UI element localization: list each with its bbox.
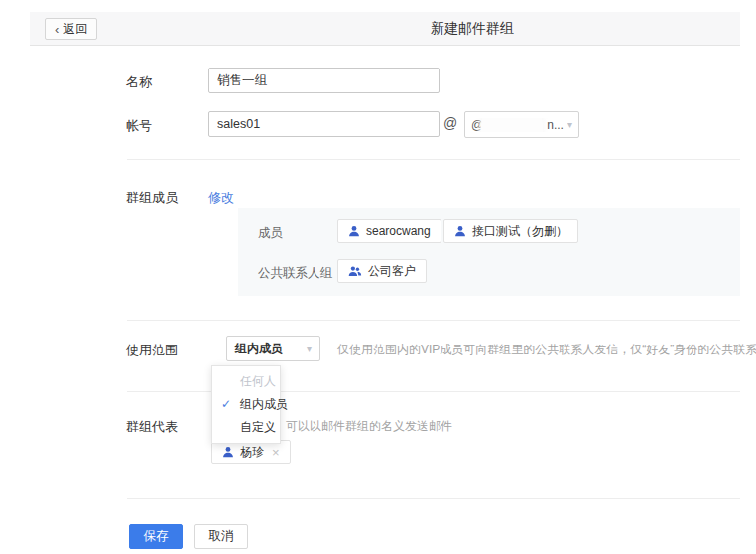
scope-option-group-members[interactable]: ✓组内成员 — [212, 393, 280, 416]
blur-overlay — [481, 118, 543, 132]
member-tag-label: searocwang — [366, 224, 431, 238]
cancel-button[interactable]: 取消 — [194, 524, 248, 549]
page-title: 新建邮件群组 — [431, 20, 514, 38]
chevron-down-icon: ▾ — [307, 344, 312, 354]
member-tag: 接口测试（勿删） — [443, 219, 578, 243]
scope-select[interactable]: 组内成员 ▾ — [226, 336, 320, 361]
modify-link[interactable]: 修改 — [208, 189, 234, 207]
members-panel: 成员 searocwang 接口测试（勿删） 公共联系人组 公司客户 — [238, 208, 740, 296]
scope-dropdown-menu: 任何人 ✓组内成员 自定义 — [211, 365, 281, 444]
members-label: 群组成员 — [126, 189, 178, 207]
person-icon — [454, 225, 466, 237]
save-button[interactable]: 保存 — [129, 524, 183, 549]
scope-label: 使用范围 — [126, 342, 178, 359]
scope-help-text: 仅使用范围内的VIP成员可向群组里的公共联系人发信，仅“好友”身份的公共联系人可… — [337, 342, 756, 358]
contact-group-tag-label: 公司客户 — [368, 263, 416, 280]
chevron-left-icon: ‹ — [55, 23, 59, 36]
scope-selected-value: 组内成员 — [235, 341, 283, 357]
domain-value: @ n... — [471, 118, 564, 132]
member-tag-label: 接口测试（勿删） — [472, 223, 567, 240]
section-divider — [127, 159, 740, 160]
name-input[interactable] — [208, 68, 440, 93]
representative-help-text: 可以以邮件群组的名义发送邮件 — [286, 418, 452, 435]
representative-tag-label: 杨珍 — [240, 444, 264, 461]
domain-select[interactable]: @ n... ▾ — [464, 111, 579, 138]
member-row-label: 成员 — [258, 225, 283, 242]
account-label: 帐号 — [126, 117, 152, 135]
close-icon[interactable]: × — [272, 445, 280, 460]
scope-option-custom[interactable]: 自定义 — [212, 416, 280, 439]
scope-option-anyone[interactable]: 任何人 — [212, 370, 280, 393]
section-divider — [127, 320, 740, 321]
person-icon — [348, 225, 360, 237]
account-input[interactable] — [208, 111, 440, 137]
back-button-label: 返回 — [63, 21, 87, 38]
back-button[interactable]: ‹ 返回 — [45, 18, 97, 40]
contacts-row-label: 公共联系人组 — [258, 265, 332, 282]
contact-group-tag: 公司客户 — [337, 259, 427, 283]
representative-label: 群组代表 — [126, 418, 178, 436]
people-icon — [348, 265, 362, 277]
name-label: 名称 — [126, 73, 152, 91]
new-mail-group-page: ‹ 返回 新建邮件群组 名称 帐号 @ @ n... ▾ 群组成员 修改 成员 … — [0, 0, 756, 554]
chevron-down-icon: ▾ — [567, 119, 572, 130]
check-icon: ✓ — [221, 393, 231, 416]
at-symbol: @ — [443, 115, 457, 131]
domain-suffix: n... — [547, 118, 564, 132]
section-divider — [127, 498, 740, 499]
person-icon — [222, 446, 234, 458]
header-bar: ‹ 返回 新建邮件群组 — [30, 12, 740, 46]
member-tag: searocwang — [337, 219, 441, 243]
scope-option-label: 组内成员 — [240, 397, 288, 411]
